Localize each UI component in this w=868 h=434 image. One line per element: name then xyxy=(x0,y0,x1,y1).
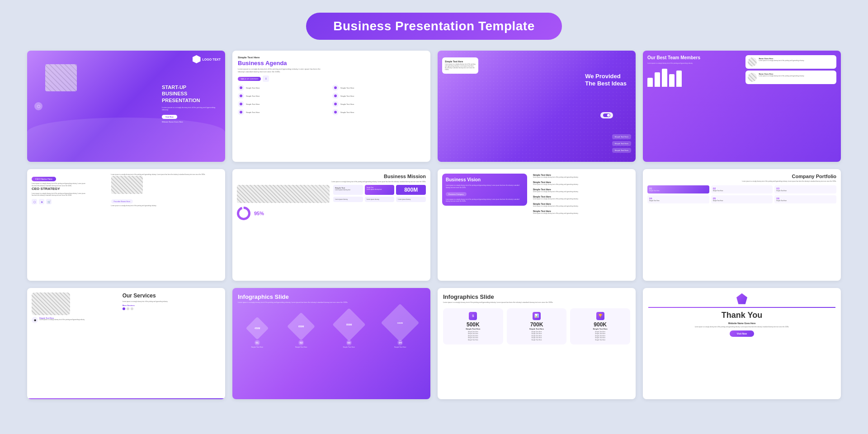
progress-inner xyxy=(239,209,248,218)
social-icons: ⬡ ★ 🛒 xyxy=(32,199,104,204)
dot-active xyxy=(123,307,125,310)
ceo-right: Lorem ipsum is a simply dummy text of th… xyxy=(111,174,221,206)
mission-card: Simple Text Lorem ipsum dummy text xyxy=(333,185,363,195)
gem-icon xyxy=(736,293,747,304)
progress-ring xyxy=(237,207,250,220)
mission-cards: Simple Text Lorem ipsum dummy text Simpl… xyxy=(333,185,426,195)
mission-card-big: 800M xyxy=(396,185,426,195)
service-icon: ◉ xyxy=(32,317,38,323)
team-left: Our Best Team Members Lorem ipsum is a s… xyxy=(647,55,738,87)
dollar-icon: $ xyxy=(469,312,477,320)
slide-services[interactable]: ◉ Simple Text Here Lorem ipsum is a simp… xyxy=(27,288,225,399)
dot-inactive xyxy=(127,307,129,310)
portfolio-item-5: 05 Simple Text Here xyxy=(711,195,773,203)
star-icon[interactable]: ★ xyxy=(39,199,44,204)
category-badge[interactable]: Business Category xyxy=(446,192,467,196)
bar xyxy=(655,72,660,87)
stat-item: Simple Text Here Lorem ipsum is a simply… xyxy=(533,195,631,200)
ceo-image xyxy=(111,176,143,194)
diamond-3: 850M 03 Simple Text Here xyxy=(337,313,361,348)
mission-card: Lorem ipsum dummy xyxy=(396,197,426,202)
bar xyxy=(669,74,675,87)
member-info-2: Name Goes Here Lorem ipsum is a simply d… xyxy=(759,73,804,77)
logo-area: LOGO TEXT xyxy=(193,55,221,63)
portfolio-item-6: 06 Simple Text Here xyxy=(774,195,836,203)
slide-best-ideas[interactable]: Simple Text Here Lorem ipsum is a simply… xyxy=(438,51,636,162)
vision-right: Simple Text Here Lorem ipsum is a simply… xyxy=(533,174,631,217)
services-right: Our Services Lorem ipsum is a simply dum… xyxy=(123,292,221,310)
diamond-2: 650M 02 Simple Text Here xyxy=(291,316,311,348)
visit-button[interactable]: Visit Now xyxy=(730,330,754,337)
slide-infographics-2[interactable]: Infographics Slide Lorem ipsum is a simp… xyxy=(438,288,636,399)
toggle-thumb xyxy=(607,114,610,117)
service-item: ◉ Simple Text Here Lorem ipsum is a simp… xyxy=(32,317,117,323)
stat-item: Simple Text Here Lorem ipsum is a simply… xyxy=(533,174,631,179)
slide-ceo[interactable]: CEO Name Here Lorem ipsum is a simply du… xyxy=(27,169,225,280)
member-card-1: Name Goes Here Lorem ipsum is a simply d… xyxy=(745,55,836,69)
agenda-item: Simple Text Here xyxy=(238,93,330,99)
founder-badge: Founder Name Here xyxy=(111,199,133,203)
slide-mission[interactable]: Business Mission Lorem ipsum is a simply… xyxy=(232,169,430,280)
share-icon[interactable]: ⬡ xyxy=(32,199,37,204)
member-info-1: Name Goes Here Lorem ipsum is a simply d… xyxy=(759,57,804,61)
diamond-4: 1050M 04 Simple Text Here xyxy=(387,309,414,348)
agenda-items: Simple Text Here Simple Text Here Simple… xyxy=(238,85,425,115)
wave-decoration xyxy=(27,118,225,162)
mission-card: Simple Text Lorem ipsum dummy text xyxy=(365,185,395,195)
member-avatar-1 xyxy=(748,57,757,66)
member-avatar-2 xyxy=(748,73,757,82)
infog-desc-2: Lorem ipsum is a simply dummy text of th… xyxy=(443,302,630,304)
slides-grid: LOGO TEXT ⬡ START-UP BUSINESS PRESENTATI… xyxy=(0,51,868,417)
stats-row: $ 500K Simple Text Here Simple Text Here… xyxy=(443,308,630,345)
stat-item: Simple Text Here Lorem ipsum is a simply… xyxy=(533,203,631,208)
agenda-desc: Lorem ipsum is a simply dummy text of th… xyxy=(238,68,328,73)
ceo-left: CEO Name Here Lorem ipsum is a simply du… xyxy=(32,174,104,204)
toggle-area[interactable] xyxy=(600,112,613,118)
slide-team[interactable]: Our Best Team Members Lorem ipsum is a s… xyxy=(643,51,841,162)
slide-portfolio[interactable]: Company Portfolio Lorem ipsum is a simpl… xyxy=(643,169,841,280)
agenda-item: Simple Text Here xyxy=(332,93,425,99)
right-items: Simple Text Here Simple Text Here Simple… xyxy=(612,134,631,153)
agenda-title: Business Agenda xyxy=(238,60,425,66)
slide-agenda[interactable]: Simple Text Here Business Agenda Lorem i… xyxy=(232,51,430,162)
mission-desc: Lorem ipsum is a simply dummy text of th… xyxy=(237,181,426,183)
logo-icon xyxy=(193,55,201,63)
toc-badge: TABLE OF CONTENT xyxy=(238,77,261,81)
mission-card: Lorem ipsum dummy xyxy=(365,197,395,202)
stat-card-3: 🏆 900K Simple Text Here Simple Text Here… xyxy=(570,308,630,345)
agenda-item: Simple Text Here xyxy=(238,85,330,91)
diamonds-container: 450M 01 Simple Text Here 650M 02 Simple … xyxy=(238,309,425,348)
more-services-link[interactable]: More Services xyxy=(123,304,221,307)
slide-infographics-1[interactable]: Infographics Slide Lorem ipsum is a simp… xyxy=(232,288,430,399)
bottom-bar xyxy=(27,398,225,399)
top-icon-area xyxy=(648,293,835,304)
simple-text: Simple Text Here xyxy=(238,56,425,59)
toggle-track[interactable] xyxy=(603,113,610,117)
ceo-badge: CEO Name Here xyxy=(32,177,56,181)
slide-startup[interactable]: LOGO TEXT ⬡ START-UP BUSINESS PRESENTATI… xyxy=(27,51,225,162)
website-label: Website Name Goes Here xyxy=(648,322,835,325)
progress-area: 95% xyxy=(237,207,330,220)
stat-card-2: 📊 700K Simple Text Here Simple Text Here… xyxy=(507,308,567,345)
stat-item: Simple Text Here Lorem ipsum is a simply… xyxy=(533,181,631,186)
infog-title-1: Infographics Slide xyxy=(238,293,425,300)
cart-icon[interactable]: 🛒 xyxy=(46,199,52,204)
vision-left: Business Vision Lorem ipsum is a simply … xyxy=(442,174,527,206)
portfolio-items: 01 Simple Text Here 02 Simple Text Here … xyxy=(647,185,836,203)
portfolio-item-2: 02 Simple Text Here xyxy=(711,185,773,193)
divider xyxy=(648,307,835,308)
slide-thank-you[interactable]: Thank You Website Name Goes Here Lorem i… xyxy=(643,288,841,399)
dot-inactive xyxy=(131,307,133,310)
portfolio-item-4: 04 Simple Text Here xyxy=(647,195,709,203)
portfolio-title: Company Portfolio xyxy=(647,174,836,179)
member-card-2: Name Goes Here Lorem ipsum is a simply d… xyxy=(745,71,836,84)
portfolio-desc: Lorem ipsum is a simply dummy text of th… xyxy=(647,180,836,182)
diamond-1: 450M 01 Simple Text Here xyxy=(249,320,265,348)
share-icon[interactable]: ⬡ xyxy=(34,102,42,110)
bar-chart xyxy=(647,69,738,87)
left-info-card: Simple Text Here Lorem ipsum is a simply… xyxy=(442,57,478,74)
slide-vision[interactable]: Business Vision Lorem ipsum is a simply … xyxy=(438,169,636,280)
page-title: Business Presentation Template xyxy=(306,13,562,40)
startup-text: START-UP BUSINESS PRESENTATION Lorem ips… xyxy=(162,84,216,123)
infog-desc-1: Lorem ipsum is a simply dummy text of th… xyxy=(238,302,355,304)
